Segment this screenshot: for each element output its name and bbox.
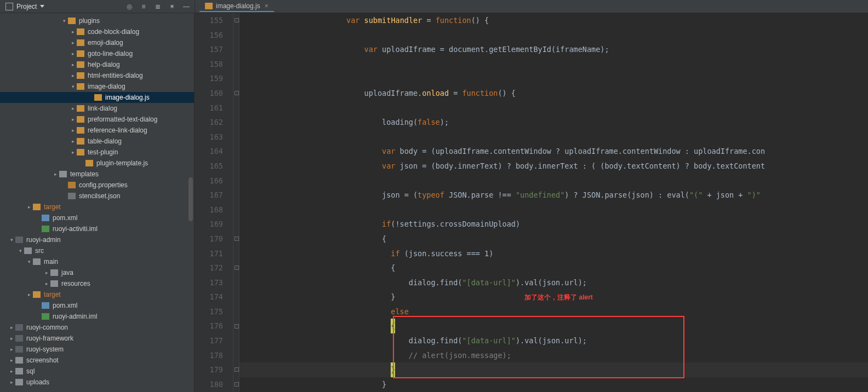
fold-toggle-icon[interactable]: - bbox=[235, 324, 239, 328]
fold-toggle-icon[interactable]: - bbox=[235, 18, 239, 22]
line-gutter: 1551561571581591601611621631641651661671… bbox=[195, 13, 233, 392]
fold-toggle-icon[interactable]: - bbox=[235, 266, 239, 270]
code-line[interactable] bbox=[239, 130, 868, 145]
code-line[interactable]: { bbox=[239, 232, 868, 246]
tree-item[interactable]: image-dialog.js bbox=[0, 92, 194, 103]
tree-item[interactable]: config.properties bbox=[0, 180, 194, 191]
tree-item[interactable]: ▸goto-line-dialog bbox=[0, 48, 194, 59]
tree-item[interactable]: ▸sql bbox=[0, 366, 194, 377]
tree-item[interactable]: ▸preformatted-text-dialog bbox=[0, 114, 194, 125]
collapse-icon[interactable]: ≣ bbox=[154, 3, 162, 10]
code-line[interactable]: dialog.find("[data-url]").val(json.url); bbox=[239, 333, 868, 348]
tree-item[interactable]: pom.xml bbox=[0, 300, 194, 311]
gear-icon[interactable]: ✶ bbox=[168, 3, 176, 10]
chevron-down-icon: ▾ bbox=[61, 18, 67, 24]
code-line[interactable]: // alert(json.message); bbox=[239, 348, 868, 363]
expand-icon[interactable]: ≡ bbox=[140, 3, 147, 10]
tree-label: pom.xml bbox=[53, 214, 77, 222]
code-editor[interactable]: 1551561571581591601611621631641651661671… bbox=[195, 13, 868, 392]
tree-item[interactable]: ruoyi-activiti.iml bbox=[0, 223, 194, 234]
folder-icon bbox=[59, 171, 67, 177]
tree-item[interactable]: ▸templates bbox=[0, 169, 194, 180]
tree-item[interactable]: ▸uploads bbox=[0, 377, 194, 388]
tree-label: sql bbox=[26, 367, 35, 375]
tree-label: templates bbox=[70, 170, 99, 178]
tree-item[interactable]: ▸ruoyi-framework bbox=[0, 333, 194, 344]
code-line[interactable]: var json = (body.innerText) ? body.inner… bbox=[239, 159, 868, 174]
tree-item[interactable]: ▾ruoyi-admin bbox=[0, 234, 194, 245]
code-line[interactable]: dialog.find("[data-url]").val(json.url); bbox=[239, 275, 868, 290]
code-line[interactable] bbox=[239, 174, 868, 188]
tree-item[interactable]: ▸resources bbox=[0, 278, 194, 289]
tree-item[interactable]: ▸table-dialog bbox=[0, 136, 194, 147]
tree-item[interactable]: stencilset.json bbox=[0, 191, 194, 201]
code-line[interactable]: var body = (uploadIframe.contentWindow ?… bbox=[239, 144, 868, 159]
tree-item[interactable]: ▾image-dialog bbox=[0, 81, 194, 92]
code-line[interactable] bbox=[239, 57, 868, 72]
file-icon bbox=[42, 302, 49, 309]
tree-item[interactable]: pom.xml bbox=[0, 212, 194, 223]
tree-item[interactable]: ▸test-plugin bbox=[0, 147, 194, 158]
js-file-icon bbox=[205, 3, 213, 9]
folder-icon bbox=[15, 379, 23, 385]
tree-item[interactable]: ▸screenshot bbox=[0, 355, 194, 366]
project-tree-panel[interactable]: ▾plugins▸code-block-dialog▸emoji-dialog▸… bbox=[0, 13, 195, 392]
close-icon[interactable]: × bbox=[265, 2, 269, 10]
code-line[interactable]: { bbox=[239, 261, 868, 275]
code-line[interactable]: var uploadIframe = document.getElementBy… bbox=[239, 42, 868, 57]
code-line[interactable]: } 加了这个，注释了 alert bbox=[239, 290, 868, 304]
folder-icon bbox=[15, 368, 23, 374]
code-line[interactable]: if (json.success === 1) bbox=[239, 246, 868, 261]
dropdown-caret-icon bbox=[40, 5, 44, 8]
project-tool-header[interactable]: Project ◎ ≡ ≣ ✶ — bbox=[0, 3, 195, 10]
code-line[interactable] bbox=[239, 71, 868, 86]
target-icon[interactable]: ◎ bbox=[125, 3, 133, 10]
code-line[interactable] bbox=[239, 28, 868, 43]
fold-toggle-icon[interactable]: - bbox=[235, 367, 239, 372]
tree-item[interactable]: ▸reference-link-dialog bbox=[0, 125, 194, 136]
tree-item[interactable]: ▸help-dialog bbox=[0, 59, 194, 70]
code-line[interactable]: else bbox=[239, 304, 868, 319]
tree-item[interactable]: ▸code-block-dialog bbox=[0, 26, 194, 37]
tree-item[interactable]: ▸html-entities-dialog bbox=[0, 70, 194, 81]
fold-toggle-icon[interactable]: - bbox=[235, 382, 239, 387]
scrollbar-thumb[interactable] bbox=[189, 177, 193, 221]
code-line[interactable] bbox=[239, 203, 868, 217]
code-line[interactable]: if(!settings.crossDomainUpload) bbox=[239, 217, 868, 232]
tree-item[interactable]: ▸ruoyi-system bbox=[0, 344, 194, 355]
file-icon bbox=[42, 215, 49, 221]
tree-item[interactable]: ▸target bbox=[0, 289, 194, 300]
tree-item[interactable]: ▸ruoyi-common bbox=[0, 322, 194, 333]
code-line[interactable]: uploadIframe.onload = function() { bbox=[239, 86, 868, 101]
folder-icon bbox=[15, 335, 23, 342]
code-line[interactable]: } bbox=[239, 362, 868, 377]
code-line[interactable]: json = (typeof JSON.parse !== "undefined… bbox=[239, 188, 868, 203]
tree-item[interactable]: ▸link-dialog bbox=[0, 103, 194, 114]
tree-label: main bbox=[44, 258, 58, 266]
fold-toggle-icon[interactable]: - bbox=[235, 91, 239, 95]
tree-item[interactable]: ▸java bbox=[0, 267, 194, 278]
tree-item[interactable]: ▸emoji-dialog bbox=[0, 37, 194, 48]
tree-item[interactable]: ▾src bbox=[0, 245, 194, 256]
fold-column[interactable]: ------- bbox=[233, 13, 239, 392]
file-icon bbox=[94, 94, 102, 101]
tree-item[interactable]: ▸target bbox=[0, 201, 194, 212]
tree-item[interactable]: plugin-template.js bbox=[0, 158, 194, 169]
tree-label: link-dialog bbox=[88, 105, 117, 112]
line-number: 175 bbox=[195, 304, 223, 319]
code-line[interactable]: var submitHandler = function() { bbox=[239, 13, 868, 28]
tree-item[interactable]: ▾main bbox=[0, 256, 194, 267]
code-line[interactable] bbox=[239, 101, 868, 116]
code-line[interactable]: loading(false); bbox=[239, 115, 868, 130]
tree-item[interactable]: ▾plugins bbox=[0, 15, 194, 26]
line-number: 161 bbox=[195, 101, 223, 116]
file-icon bbox=[85, 160, 93, 166]
code-area[interactable]: var submitHandler = function() { var upl… bbox=[239, 13, 868, 392]
fold-toggle-icon[interactable]: - bbox=[235, 237, 239, 241]
tree-label: image-dialog.js bbox=[105, 94, 150, 101]
code-line[interactable]: { bbox=[239, 319, 868, 333]
file-tab-active[interactable]: image-dialog.js × bbox=[199, 1, 274, 12]
code-line[interactable]: } bbox=[239, 377, 868, 392]
hide-icon[interactable]: — bbox=[182, 3, 190, 10]
tree-item[interactable]: ruoyi-admin.iml bbox=[0, 311, 194, 322]
